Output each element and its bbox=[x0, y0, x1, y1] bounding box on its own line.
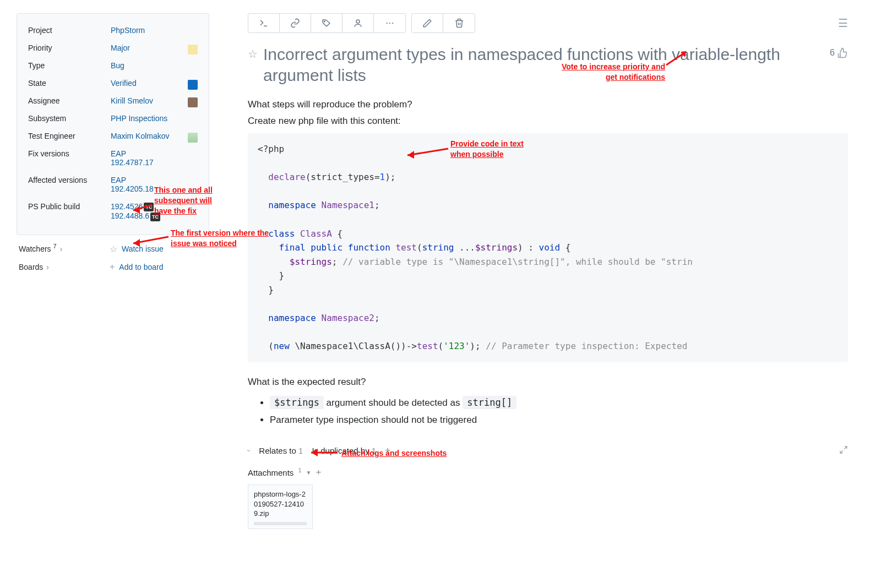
svg-point-5 bbox=[392, 23, 393, 24]
star-issue-icon[interactable]: ☆ bbox=[248, 47, 258, 61]
affected-versions-eap[interactable]: EAP bbox=[111, 176, 126, 184]
field-label-priority: Priority bbox=[28, 43, 111, 52]
field-label-state: State bbox=[28, 79, 111, 88]
view-mode-icon[interactable]: ☰ bbox=[838, 17, 848, 30]
field-value-assignee[interactable]: Kirill Smelov bbox=[111, 96, 153, 105]
expected-question: What is the expected result? bbox=[248, 377, 848, 388]
attachment-filename: phpstorm-logs-20190527-124109.zip bbox=[254, 490, 306, 518]
issue-title: Incorrect argument types in namespaced f… bbox=[263, 44, 824, 85]
chevron-right-icon[interactable]: › bbox=[245, 449, 253, 451]
duplicated-label[interactable]: Is duplicated by bbox=[312, 446, 369, 455]
vote-count: 6 bbox=[830, 48, 835, 58]
add-to-board-link[interactable]: Add to board bbox=[119, 263, 163, 271]
svg-point-4 bbox=[389, 23, 390, 24]
ps-build-2[interactable]: 192.4488.6 bbox=[111, 211, 149, 220]
priority-color-chip bbox=[188, 45, 198, 55]
ps-build-1[interactable]: 192.4526 bbox=[111, 202, 143, 211]
issue-fields-panel: Project PhpStorm Priority Major Type Bug… bbox=[17, 13, 209, 235]
field-value-type[interactable]: Bug bbox=[111, 61, 124, 70]
state-color-chip bbox=[188, 80, 198, 90]
relates-label[interactable]: Relates to bbox=[259, 446, 296, 455]
field-label-type: Type bbox=[28, 61, 111, 70]
plus-icon: + bbox=[110, 262, 115, 272]
watchers-toggle[interactable]: Watchers7› bbox=[19, 244, 110, 253]
field-value-project[interactable]: PhpStorm bbox=[111, 26, 145, 35]
assign-button[interactable] bbox=[342, 14, 374, 32]
boards-toggle[interactable]: Boards› bbox=[19, 263, 110, 271]
expected-list: $strings argument should be detected as … bbox=[248, 394, 848, 428]
field-label-project: Project bbox=[28, 26, 111, 35]
field-value-state[interactable]: Verified bbox=[111, 79, 137, 88]
expect-code-1: $strings bbox=[270, 396, 324, 409]
expand-icon[interactable] bbox=[839, 445, 848, 456]
field-value-subsystem[interactable]: PHP Inspections bbox=[111, 114, 167, 123]
fix-versions-number[interactable]: 192.4787.17 bbox=[111, 158, 154, 167]
teamcity-icon: TC bbox=[150, 213, 160, 221]
vote-widget[interactable]: 6 bbox=[830, 47, 848, 58]
attachment-card[interactable]: phpstorm-logs-20190527-124109.zip bbox=[248, 484, 313, 529]
more-button[interactable] bbox=[374, 14, 405, 32]
edit-button[interactable] bbox=[412, 14, 443, 32]
expect-code-2: string[] bbox=[463, 396, 516, 409]
test-engineer-avatar bbox=[188, 133, 198, 143]
svg-point-1 bbox=[324, 21, 325, 22]
svg-point-2 bbox=[356, 20, 360, 23]
svg-point-3 bbox=[386, 23, 387, 24]
attachment-preview-bar bbox=[254, 522, 307, 525]
affected-versions-number[interactable]: 192.4205.18 bbox=[111, 184, 154, 193]
caret-down-icon[interactable]: ▼ bbox=[306, 470, 312, 476]
reproduce-instruction: Create new php file with this content: bbox=[248, 114, 848, 128]
fix-versions-eap[interactable]: EAP bbox=[111, 149, 126, 158]
thumbs-up-icon bbox=[837, 47, 848, 58]
tag-button[interactable] bbox=[311, 14, 342, 32]
issue-links-row: › Relates to 1 Is duplicated by 1 + bbox=[248, 445, 848, 456]
teamcity-icon: TC bbox=[144, 203, 154, 211]
field-label-ps-build: PS Public build bbox=[28, 202, 111, 211]
link-button[interactable] bbox=[280, 14, 311, 32]
add-attachment-icon[interactable]: + bbox=[316, 467, 321, 478]
field-label-subsystem: Subsystem bbox=[28, 114, 111, 123]
expect-item-2: Parameter type inspection should not be … bbox=[270, 412, 848, 429]
field-label-test-engineer: Test Engineer bbox=[28, 132, 111, 140]
attachments-label: Attachments bbox=[248, 468, 293, 477]
field-label-affected-versions: Affected versions bbox=[28, 176, 111, 184]
field-label-fix-versions: Fix versions bbox=[28, 149, 111, 158]
assignee-avatar bbox=[188, 97, 198, 107]
reproduce-question: What steps will reproduce the problem? bbox=[248, 97, 848, 112]
field-label-assignee: Assignee bbox=[28, 96, 111, 105]
command-button[interactable] bbox=[248, 14, 280, 32]
field-value-priority[interactable]: Major bbox=[111, 43, 130, 52]
delete-button[interactable] bbox=[443, 14, 475, 32]
add-link-icon[interactable]: + bbox=[385, 445, 390, 456]
watch-issue-link[interactable]: Watch issue bbox=[122, 244, 164, 253]
field-value-test-engineer[interactable]: Maxim Kolmakov bbox=[111, 132, 170, 140]
issue-toolbar: ☰ bbox=[248, 13, 848, 33]
code-sample: <?php declare(strict_types=1); namespace… bbox=[248, 133, 848, 362]
star-outline-icon: ☆ bbox=[110, 244, 117, 254]
